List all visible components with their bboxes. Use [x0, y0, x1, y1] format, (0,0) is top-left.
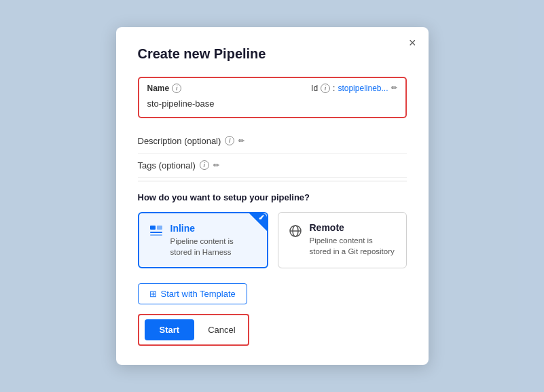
name-info-icon[interactable]: i: [172, 84, 181, 93]
description-info-icon[interactable]: i: [225, 136, 234, 145]
inline-option[interactable]: ✓ Inline Pipeline content is stored in H…: [138, 212, 268, 268]
description-label: Description (optional): [138, 136, 221, 146]
inline-option-content: Inline Pipeline content is stored in Har…: [170, 223, 257, 257]
remote-title: Remote: [310, 222, 397, 233]
svg-rect-0: [150, 226, 156, 230]
tags-info-icon[interactable]: i: [200, 160, 209, 170]
start-button[interactable]: Start: [145, 319, 195, 340]
name-section: Name i Id i : stopipelineb... ✏: [138, 77, 407, 118]
selected-checkmark: ✓: [249, 213, 267, 231]
remote-desc: Pipeline content is stored in a Git repo…: [310, 235, 397, 257]
inline-desc: Pipeline content is stored in Harness: [170, 236, 257, 257]
tags-edit-icon[interactable]: ✏: [213, 161, 219, 170]
divider: [138, 181, 407, 181]
create-pipeline-modal: × Create new Pipeline Name i Id i : stop…: [116, 27, 429, 365]
template-icon: ⊞: [149, 289, 157, 299]
template-button-label: Start with Template: [161, 289, 236, 299]
remote-option-content: Remote Pipeline content is stored in a G…: [310, 222, 397, 257]
modal-title: Create new Pipeline: [138, 46, 407, 62]
modal-overlay: × Create new Pipeline Name i Id i : stop…: [0, 0, 544, 392]
svg-rect-1: [157, 226, 162, 230]
inline-title: Inline: [170, 223, 257, 234]
close-button[interactable]: ×: [409, 37, 416, 49]
svg-rect-3: [150, 234, 162, 236]
remote-option[interactable]: Remote Pipeline content is stored in a G…: [278, 212, 407, 268]
cancel-button[interactable]: Cancel: [201, 319, 242, 340]
tags-row: Tags (optional) i ✏: [138, 154, 407, 178]
id-value: stopipelineb...: [338, 84, 388, 93]
action-buttons-row: Start Cancel: [138, 314, 249, 346]
id-label: Id: [311, 84, 318, 93]
description-edit-icon[interactable]: ✏: [238, 137, 244, 145]
description-row: Description (optional) i ✏: [138, 129, 407, 154]
name-input[interactable]: [147, 97, 397, 110]
inline-icon: [149, 224, 164, 243]
id-info-icon[interactable]: i: [321, 84, 330, 93]
name-label: Name i: [147, 84, 182, 93]
tags-label: Tags (optional): [138, 160, 196, 171]
options-row: ✓ Inline Pipeline content is stored in H…: [138, 212, 407, 268]
id-row: Id i : stopipelineb... ✏: [311, 84, 397, 93]
remote-icon: [288, 224, 303, 243]
id-edit-icon[interactable]: ✏: [391, 84, 397, 92]
setup-label: How do you want to setup your pipeline?: [138, 192, 407, 202]
template-button[interactable]: ⊞ Start with Template: [138, 283, 247, 304]
svg-rect-2: [150, 232, 162, 233]
